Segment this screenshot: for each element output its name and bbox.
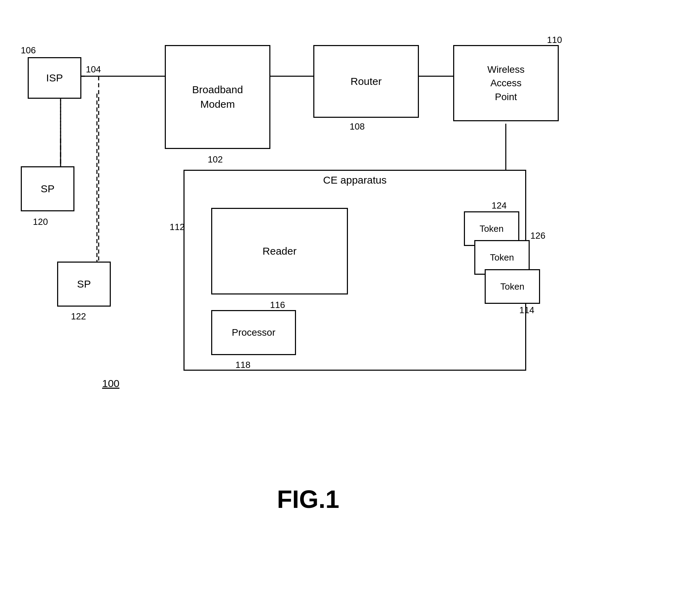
token3-ref-label: 114 — [519, 305, 534, 316]
router-box: Router — [313, 45, 419, 118]
processor-ref-label: 118 — [235, 360, 250, 370]
fig-label: FIG.1 — [277, 485, 339, 513]
figure-number-label: 100 — [102, 378, 119, 389]
sp1-ref-label: 120 — [33, 217, 48, 227]
ce-apparatus-ref-label: 112 — [170, 222, 185, 232]
token2-ref-label: 126 — [530, 230, 545, 241]
wireless-ap-ref-label: 110 — [547, 35, 562, 45]
broadband-modem-box: BroadbandModem — [165, 45, 270, 149]
token1-ref-label: 124 — [492, 200, 506, 211]
connection-ref-label: 104 — [86, 64, 101, 75]
router-ref-label: 108 — [350, 121, 365, 132]
broadband-modem-ref-label: 102 — [208, 154, 223, 165]
sp1-box: SP — [21, 166, 74, 211]
reader-box: Reader — [211, 208, 348, 294]
wireless-ap-box: WirelessAccessPoint — [453, 45, 559, 121]
sp2-box: SP — [57, 262, 111, 307]
processor-box: Processor — [211, 310, 296, 355]
sp2-ref-label: 122 — [71, 311, 86, 322]
isp-box: ISP — [28, 57, 81, 99]
reader-ref-label: 116 — [270, 300, 285, 310]
isp-ref-label: 106 — [21, 45, 36, 56]
diagram-container: ISP 106 104 BroadbandModem 102 Router 10… — [0, 0, 700, 599]
token3-box: Token — [485, 269, 540, 304]
